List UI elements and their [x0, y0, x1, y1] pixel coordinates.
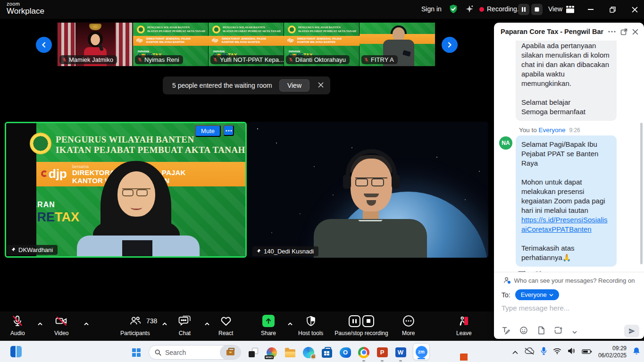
compose-more-chevron[interactable]: [572, 327, 577, 336]
video-options-chevron[interactable]: [84, 319, 89, 328]
close-chat-icon[interactable]: [632, 29, 638, 35]
mic-in-use-icon[interactable]: [541, 347, 547, 357]
search-highlight-icon[interactable]: [220, 345, 241, 360]
tray-chevron-icon[interactable]: [512, 348, 518, 356]
host-tools-button[interactable]: Host tools: [298, 314, 323, 337]
taskbar-search[interactable]: [149, 345, 241, 360]
chat-bubble-icon: [178, 314, 191, 328]
share-button[interactable]: Share: [261, 314, 276, 337]
privacy-note[interactable]: Who can see your messages? Recording on: [494, 272, 644, 284]
powerpoint-icon[interactable]: P: [376, 346, 388, 359]
participants-options-chevron[interactable]: [162, 319, 167, 328]
edge-icon[interactable]: [302, 346, 315, 359]
emoji-icon[interactable]: [519, 326, 528, 337]
word-icon[interactable]: W: [394, 346, 407, 359]
recipient-select[interactable]: Everyone: [515, 289, 559, 300]
share-options-chevron[interactable]: [288, 319, 293, 328]
filmstrip-tile[interactable]: PENGURUS WILAYAH BANTENIKATAN PEJABAT PE…: [133, 23, 209, 66]
logo-zoom: zoom: [7, 1, 44, 7]
maximize-button[interactable]: [603, 0, 622, 19]
ippat-logo: [288, 25, 296, 34]
presensi-link[interactable]: https://s.id/PresensiSosialisaiCoretaxPP…: [521, 215, 611, 234]
message-time: 9:26: [569, 127, 580, 134]
task-view-icon[interactable]: [247, 346, 259, 359]
view-layout-icon[interactable]: [566, 6, 574, 15]
battery-icon[interactable]: [582, 348, 592, 356]
zoom-app-icon[interactable]: zm: [413, 343, 430, 360]
heart-icon: [220, 314, 232, 328]
screenshot-icon[interactable]: [554, 327, 563, 336]
widgets-icon[interactable]: [10, 346, 22, 357]
start-button[interactable]: [130, 346, 142, 359]
filmstrip-tile[interactable]: PENGURUS WILAYAH BANTENIKATAN PEJABAT PE…: [209, 23, 284, 66]
mute-participant-button[interactable]: Mute: [195, 125, 221, 137]
chrome-icon[interactable]: [358, 346, 370, 359]
recipient-link[interactable]: Everyone: [539, 126, 566, 134]
pin-icon: [10, 247, 16, 253]
banner-org-title: PENGURUS WILAYAH BANTENIKATAN PEJABAT PE…: [56, 135, 245, 155]
stop-recording-button[interactable]: [531, 4, 543, 15]
onedrive-paused-icon[interactable]: [524, 347, 535, 357]
participants-button[interactable]: Participants: [120, 314, 150, 337]
speaker-icon[interactable]: [568, 347, 576, 356]
pop-out-icon[interactable]: [620, 28, 627, 35]
chat-scrollbar[interactable]: [640, 123, 643, 264]
ai-companion-icon[interactable]: [465, 4, 474, 16]
close-window-button[interactable]: [625, 0, 644, 19]
participant-name-pill: Nyimas Reni: [135, 55, 183, 64]
participant-person: [309, 148, 432, 258]
mic-muted-icon: [137, 57, 142, 62]
video-tile-speaker[interactable]: djp bersama DIREKTORAT JENDERAL PAJAKKAN…: [5, 122, 247, 258]
participant-name-pill: DKWardhani: [7, 245, 58, 255]
microsoft-store-icon[interactable]: [321, 346, 333, 359]
wifi-icon[interactable]: [553, 348, 561, 356]
waiting-room-view-button[interactable]: View: [279, 79, 309, 92]
mic-muted-icon: [213, 57, 218, 62]
sign-in-button[interactable]: Sign in: [421, 5, 442, 13]
search-input[interactable]: [165, 349, 216, 356]
pin-icon: [255, 248, 261, 254]
participant-name-pill: Dilanti Oktorahayu: [286, 55, 350, 64]
notification-bell-icon[interactable]: [633, 347, 640, 357]
chat-more-icon[interactable]: [608, 31, 616, 33]
more-button[interactable]: More: [402, 314, 415, 337]
gallery-prev-button[interactable]: [36, 37, 52, 53]
space-background: [257, 128, 258, 129]
participant-name-pill: FITRY A: [361, 55, 398, 64]
tile-more-options-button[interactable]: [223, 125, 234, 136]
close-notification-icon[interactable]: [318, 82, 324, 89]
copilot-m365-icon[interactable]: M365: [266, 346, 278, 359]
filmstrip-tile[interactable]: PENGURUS WILAYAH BANTENIKATAN PEJABAT PE…: [284, 23, 360, 66]
audio-options-chevron[interactable]: [38, 319, 42, 328]
chat-options-chevron[interactable]: [205, 319, 209, 328]
minimize-button[interactable]: [581, 0, 600, 19]
chat-button[interactable]: Chat: [178, 314, 191, 337]
mic-muted-icon: [364, 57, 369, 62]
video-filmstrip: Mamiek Jatmiko PENGURUS WILAYAH BANTENIK…: [58, 23, 435, 66]
outlook-icon[interactable]: O: [339, 346, 351, 359]
file-explorer-icon[interactable]: [284, 346, 296, 359]
camera-off-icon: [55, 314, 68, 328]
video-button[interactable]: Video: [54, 314, 68, 337]
format-text-icon[interactable]: [502, 326, 510, 337]
attach-file-icon[interactable]: [537, 326, 545, 337]
security-shield-icon[interactable]: [448, 4, 459, 16]
pause-recording-button[interactable]: [518, 4, 529, 15]
send-message-button[interactable]: [624, 325, 639, 337]
mic-muted-icon: [62, 57, 67, 62]
react-button[interactable]: React: [218, 314, 233, 337]
system-tray: 09:29 06/02/2025: [512, 341, 640, 362]
message-meta: You to Everyone 9:26: [519, 126, 644, 134]
gallery-next-button[interactable]: [442, 37, 458, 53]
view-button[interactable]: View: [548, 5, 562, 13]
filmstrip-tile[interactable]: Mamiek Jatmiko: [58, 23, 133, 66]
video-tile-participant[interactable]: 140_Dedi Kusnadi: [248, 122, 488, 258]
ippat-logo: [212, 25, 220, 34]
audio-button[interactable]: Audio: [10, 314, 25, 337]
filmstrip-tile[interactable]: FITRY A: [360, 23, 435, 66]
pause-stop-recording-button[interactable]: Pause/stop recording: [327, 314, 396, 337]
leave-button[interactable]: Leave: [456, 314, 472, 337]
taskbar-clock[interactable]: 09:29 06/02/2025: [598, 345, 627, 359]
mic-muted-icon: [11, 314, 24, 328]
chat-message-input[interactable]: [502, 304, 634, 312]
